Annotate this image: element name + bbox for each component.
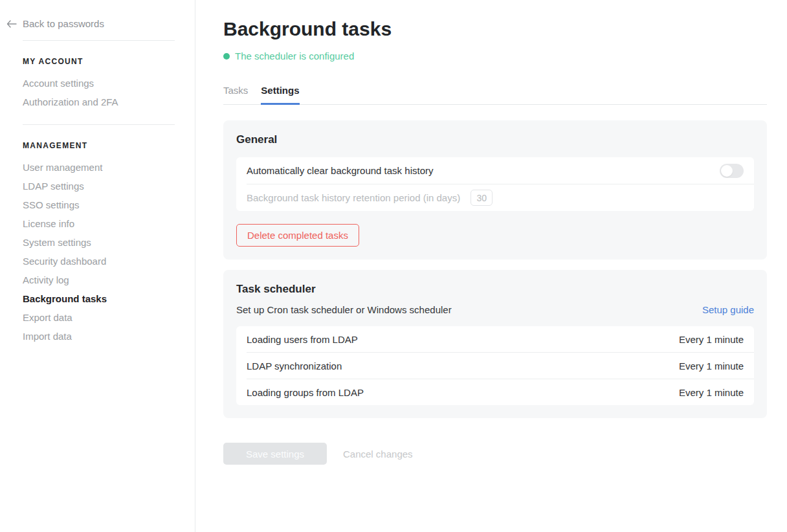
auto-clear-label: Automatically clear background task hist…	[247, 165, 720, 176]
page-title: Background tasks	[223, 17, 767, 41]
sidebar-item-import-data[interactable]: Import data	[23, 327, 175, 346]
sidebar-item-system-settings[interactable]: System settings	[23, 233, 175, 252]
sidebar-item-authorization-2fa[interactable]: Authorization and 2FA	[23, 93, 175, 111]
back-link-label: Back to passwords	[23, 18, 104, 29]
section-title-my-account: MY ACCOUNT	[23, 57, 175, 66]
sidebar-divider	[23, 40, 175, 41]
general-card-title: General	[236, 133, 754, 146]
general-card: General Automatically clear background t…	[223, 120, 767, 260]
sidebar-item-ldap-settings[interactable]: LDAP settings	[23, 177, 175, 195]
scheduler-subtitle-row: Set up Cron task scheduler or Windows sc…	[236, 304, 754, 315]
task-scheduler-card: Task scheduler Set up Cron task schedule…	[223, 270, 767, 418]
sidebar-item-background-tasks[interactable]: Background tasks	[23, 289, 175, 308]
task-scheduler-title: Task scheduler	[236, 283, 754, 296]
scheduler-subtitle: Set up Cron task scheduler or Windows sc…	[236, 304, 452, 315]
setup-guide-link[interactable]: Setup guide	[702, 304, 754, 315]
task-name: LDAP synchronization	[247, 360, 342, 371]
sidebar-item-user-management[interactable]: User management	[23, 158, 175, 177]
tab-settings[interactable]: Settings	[261, 85, 299, 104]
sidebar-item-sso-settings[interactable]: SSO settings	[23, 195, 175, 214]
cancel-changes-button[interactable]: Cancel changes	[343, 449, 413, 460]
auto-clear-row: Automatically clear background task hist…	[236, 157, 754, 184]
sidebar-item-security-dashboard[interactable]: Security dashboard	[23, 252, 175, 271]
scheduled-tasks-box: Loading users from LDAP Every 1 minute L…	[236, 326, 754, 405]
section-title-management: MANAGEMENT	[23, 141, 175, 150]
retention-days-input[interactable]	[471, 190, 493, 206]
arrow-left-icon	[6, 20, 17, 28]
save-settings-button[interactable]: Save settings	[223, 443, 327, 465]
toggle-knob	[721, 165, 733, 177]
management-items: User management LDAP settings SSO settin…	[23, 158, 175, 346]
auto-clear-toggle[interactable]	[720, 164, 744, 178]
app-window: Back to passwords MY ACCOUNT Account set…	[0, 0, 787, 532]
task-interval: Every 1 minute	[679, 387, 744, 398]
task-interval: Every 1 minute	[679, 334, 744, 345]
my-account-items: Account settings Authorization and 2FA	[23, 74, 175, 111]
task-name: Loading groups from LDAP	[247, 387, 364, 398]
task-row: Loading users from LDAP Every 1 minute	[236, 326, 754, 352]
footer-actions: Save settings Cancel changes	[223, 443, 767, 465]
tab-bar: Tasks Settings	[223, 85, 767, 105]
task-row: LDAP synchronization Every 1 minute	[236, 353, 754, 379]
back-to-passwords-link[interactable]: Back to passwords	[6, 18, 175, 29]
delete-completed-tasks-button[interactable]: Delete completed tasks	[236, 224, 359, 247]
sidebar-item-account-settings[interactable]: Account settings	[23, 74, 175, 93]
status-dot-icon	[223, 53, 230, 60]
retention-period-row: Background task history retention period…	[236, 184, 754, 211]
task-name: Loading users from LDAP	[247, 334, 358, 345]
general-settings-box: Automatically clear background task hist…	[236, 157, 754, 211]
tab-tasks[interactable]: Tasks	[223, 85, 248, 104]
sidebar-item-license-info[interactable]: License info	[23, 214, 175, 233]
sidebar-item-export-data[interactable]: Export data	[23, 308, 175, 327]
sidebar-item-activity-log[interactable]: Activity log	[23, 271, 175, 289]
sidebar-divider	[23, 124, 175, 125]
settings-sidebar: Back to passwords MY ACCOUNT Account set…	[0, 0, 195, 532]
task-interval: Every 1 minute	[679, 360, 744, 371]
status-text: The scheduler is configured	[235, 50, 354, 61]
main-content: Background tasks The scheduler is config…	[195, 0, 787, 532]
scheduler-status: The scheduler is configured	[223, 50, 767, 61]
retention-period-label: Background task history retention period…	[247, 192, 460, 203]
task-row: Loading groups from LDAP Every 1 minute	[236, 379, 754, 405]
